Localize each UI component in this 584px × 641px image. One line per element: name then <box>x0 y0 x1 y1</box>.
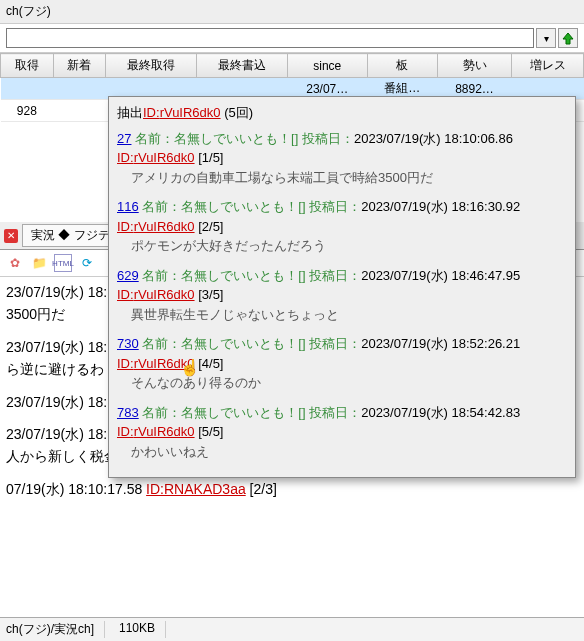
popup-post-name: 名前：名無しでいいとも！[] 投稿日： <box>142 268 361 283</box>
popup-post-body: 異世界転生モノじゃないとちょっと <box>131 305 567 325</box>
status-path: ch(フジ)/実況ch] <box>6 621 105 638</box>
popup-post: 629 名前：名無しでいいとも！[] 投稿日：2023/07/19(水) 18:… <box>117 266 567 325</box>
window-title: ch(フジ) <box>0 0 584 24</box>
popup-post-name: 名前：名無しでいいとも！[] 投稿日： <box>142 336 361 351</box>
col-header[interactable]: 新着 <box>53 54 106 78</box>
html-icon[interactable]: HTML <box>54 254 72 272</box>
popup-post-id[interactable]: ID:rVuIR6dk0 <box>117 287 195 302</box>
post-id-link[interactable]: ID:RNAKAD3aa <box>146 481 246 497</box>
popup-title: 抽出ID:rVuIR6dk0 (5回) <box>117 103 567 123</box>
popup-post: 730 名前：名無しでいいとも！[] 投稿日：2023/07/19(水) 18:… <box>117 334 567 393</box>
col-header[interactable]: 最終取得 <box>106 54 197 78</box>
reload-icon[interactable]: ⟳ <box>78 254 96 272</box>
popup-post-id[interactable]: ID:rVuIR6dk0 <box>117 219 195 234</box>
popup-post-number[interactable]: 783 <box>117 405 139 420</box>
popup-post: 783 名前：名無しでいいとも！[] 投稿日：2023/07/19(水) 18:… <box>117 403 567 462</box>
popup-post-body: アメリカの自動車工場なら末端工員で時給3500円だ <box>131 168 567 188</box>
popup-post-id[interactable]: ID:rVuIR6dk0 <box>117 150 195 165</box>
arrow-up-icon <box>561 31 575 45</box>
col-header[interactable]: since <box>287 54 367 78</box>
post-timestamp: 07/19(水) 18:10:17.58 <box>6 481 146 497</box>
post-item: 07/19(水) 18:10:17.58 ID:RNAKAD3aa [2/3] <box>6 478 578 500</box>
address-dropdown-button[interactable]: ▾ <box>536 28 556 48</box>
tab-close-button[interactable]: ✕ <box>4 229 18 243</box>
popup-post-body: そんなのあり得るのか <box>131 373 567 393</box>
col-header[interactable]: 増レス <box>512 54 584 78</box>
status-bar: ch(フジ)/実況ch] 110KB <box>0 617 584 641</box>
bookmark-icon[interactable]: ✿ <box>6 254 24 272</box>
folder-icon[interactable]: 📁 <box>30 254 48 272</box>
popup-post-id[interactable]: ID:rVuIR6dk0 <box>117 424 195 439</box>
go-button[interactable] <box>558 28 578 48</box>
address-input[interactable] <box>6 28 534 48</box>
popup-post-id[interactable]: ID:rVuIR6dk0 <box>117 356 195 371</box>
col-header[interactable]: 板 <box>367 54 437 78</box>
popup-post-number[interactable]: 629 <box>117 268 139 283</box>
popup-post-number[interactable]: 116 <box>117 199 139 214</box>
popup-post: 27 名前：名無しでいいとも！[] 投稿日：2023/07/19(水) 18:1… <box>117 129 567 188</box>
address-bar-row: ▾ <box>0 24 584 53</box>
table-header-row: 取得 新着 最終取得 最終書込 since 板 勢い 増レス <box>1 54 584 78</box>
col-header[interactable]: 取得 <box>1 54 54 78</box>
popup-post-body: ポケモンが大好きだったんだろう <box>131 236 567 256</box>
popup-post-name: 名前：名無しでいいとも！[] 投稿日： <box>142 199 361 214</box>
popup-post-body: かわいいねえ <box>131 442 567 462</box>
popup-post-number[interactable]: 730 <box>117 336 139 351</box>
popup-post-name: 名前：名無しでいいとも！[] 投稿日： <box>135 131 354 146</box>
popup-post: 116 名前：名無しでいいとも！[] 投稿日：2023/07/19(水) 18:… <box>117 197 567 256</box>
popup-post-number[interactable]: 27 <box>117 131 131 146</box>
col-header[interactable]: 勢い <box>437 54 511 78</box>
status-size: 110KB <box>119 621 166 638</box>
col-header[interactable]: 最終書込 <box>197 54 288 78</box>
post-count: [2/3] <box>246 481 277 497</box>
id-extract-popup: 抽出ID:rVuIR6dk0 (5回) 27 名前：名無しでいいとも！[] 投稿… <box>108 96 576 478</box>
popup-post-name: 名前：名無しでいいとも！[] 投稿日： <box>142 405 361 420</box>
